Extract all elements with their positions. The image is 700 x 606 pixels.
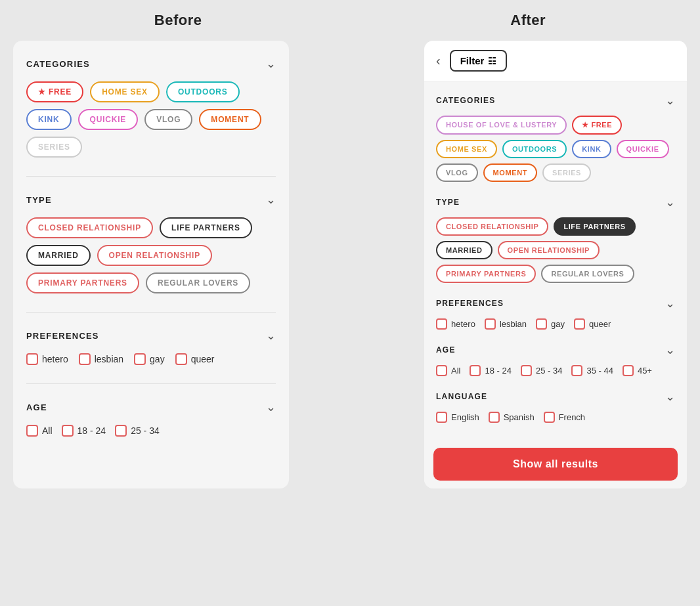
after-age-chevron[interactable]: ⌄ — [665, 343, 675, 357]
tag-open-relationship[interactable]: OPEN RELATIONSHIP — [97, 245, 212, 266]
before-categories-title: CATEGORIES — [26, 59, 90, 69]
age-25-34-checkbox[interactable] — [115, 425, 127, 437]
after-lang-spanish-checkbox[interactable] — [489, 412, 500, 423]
after-age-18-24-checkbox[interactable] — [470, 365, 481, 376]
after-prefs-header: PREFERENCES ⌄ — [436, 296, 675, 311]
after-tag-free[interactable]: ★ FREE — [572, 116, 622, 135]
before-panel: CATEGORIES ⌄ ★ FREE HOME SEX OUTDOORS KI… — [13, 41, 289, 488]
after-pref-queer[interactable]: queer — [574, 318, 611, 330]
after-prefs-chevron[interactable]: ⌄ — [665, 296, 675, 311]
after-age-all-checkbox[interactable] — [436, 365, 447, 376]
after-prefs-row: hetero lesbian gay queer — [436, 318, 675, 330]
after-lang-french-checkbox[interactable] — [544, 412, 555, 423]
tag-kink[interactable]: KINK — [26, 109, 72, 130]
after-age-header: AGE ⌄ — [436, 343, 675, 357]
after-age-row: All 18 - 24 25 - 34 35 - 44 — [436, 365, 675, 376]
tag-vlog[interactable]: VLOG — [144, 109, 192, 130]
age-25-34[interactable]: 25 - 34 — [115, 425, 160, 437]
before-age-chevron[interactable]: ⌄ — [266, 400, 276, 414]
tag-homesex[interactable]: HOME SEX — [90, 81, 160, 102]
tag-closed-relationship[interactable]: CLOSED RELATIONSHIP — [26, 217, 153, 238]
age-all-checkbox[interactable] — [26, 425, 38, 437]
after-type-title: TYPE — [436, 198, 460, 207]
after-tag-quickie[interactable]: QUICKIE — [617, 140, 669, 158]
pref-queer[interactable]: queer — [175, 353, 215, 365]
after-lang-french[interactable]: French — [544, 412, 585, 423]
after-categories-chevron[interactable]: ⌄ — [665, 93, 675, 108]
pref-queer-checkbox[interactable] — [175, 353, 187, 365]
after-language-chevron[interactable]: ⌄ — [665, 389, 675, 404]
after-language-header: LANGUAGE ⌄ — [436, 389, 675, 404]
after-pref-hetero[interactable]: hetero — [436, 318, 475, 330]
back-button[interactable]: ‹ — [436, 53, 441, 68]
after-age-45plus-checkbox[interactable] — [623, 365, 634, 376]
after-tag-life-partners[interactable]: LIFE PARTNERS — [554, 217, 635, 236]
after-pref-hetero-checkbox[interactable] — [436, 318, 447, 330]
before-categories-section: CATEGORIES ⌄ ★ FREE HOME SEX OUTDOORS KI… — [26, 56, 276, 158]
before-type-chevron[interactable]: ⌄ — [266, 192, 276, 207]
after-age-45plus-label: 45+ — [638, 366, 652, 376]
filter-icon: ☷ — [488, 56, 496, 66]
tag-series[interactable]: SERIES — [26, 137, 82, 158]
after-tag-outdoors[interactable]: OUTDOORS — [502, 140, 567, 158]
after-categories-title: CATEGORIES — [436, 96, 495, 105]
after-pref-lesbian-checkbox[interactable] — [485, 318, 496, 330]
tag-regular-lovers[interactable]: REGULAR LOVERS — [146, 272, 250, 293]
after-tag-series[interactable]: SERIES — [542, 163, 591, 182]
before-type-header: TYPE ⌄ — [26, 192, 276, 207]
after-tag-regular-lovers[interactable]: REGULAR LOVERS — [541, 265, 634, 283]
after-tag-open-relationship[interactable]: OPEN RELATIONSHIP — [498, 241, 600, 259]
before-categories-chevron[interactable]: ⌄ — [266, 56, 276, 71]
after-age-35-44-checkbox[interactable] — [571, 365, 582, 376]
after-tag-closed-relationship[interactable]: CLOSED RELATIONSHIP — [436, 217, 548, 236]
after-lang-english[interactable]: English — [436, 412, 479, 423]
after-type-section: TYPE ⌄ CLOSED RELATIONSHIP LIFE PARTNERS… — [436, 195, 675, 283]
age-all[interactable]: All — [26, 425, 53, 437]
tag-primary-partners[interactable]: PRIMARY PARTNERS — [26, 272, 139, 293]
filter-button[interactable]: Filter ☷ — [450, 50, 508, 72]
after-tag-house[interactable]: House of Love & Lustery — [436, 116, 567, 135]
before-age-title: AGE — [26, 402, 47, 412]
after-age-all[interactable]: All — [436, 365, 460, 376]
after-age-18-24[interactable]: 18 - 24 — [470, 365, 511, 376]
tag-quickie[interactable]: QUICKIE — [78, 109, 139, 130]
tag-moment[interactable]: MOMENT — [199, 109, 261, 130]
after-age-25-34[interactable]: 25 - 34 — [521, 365, 562, 376]
after-tag-kink[interactable]: KINK — [572, 140, 611, 158]
before-type-title: TYPE — [26, 195, 52, 205]
age-18-24-checkbox[interactable] — [62, 425, 74, 437]
before-age-header: AGE ⌄ — [26, 400, 276, 414]
pref-lesbian[interactable]: lesbian — [79, 353, 123, 365]
after-prefs-title: PREFERENCES — [436, 299, 504, 308]
after-pref-queer-checkbox[interactable] — [574, 318, 585, 330]
pref-hetero[interactable]: hetero — [26, 353, 68, 365]
after-tag-married[interactable]: MARRIED — [436, 241, 492, 259]
tag-life-partners[interactable]: LIFE PARTNERS — [160, 217, 252, 238]
after-lang-spanish[interactable]: Spanish — [489, 412, 535, 423]
after-tag-vlog[interactable]: VLOG — [436, 163, 478, 182]
pref-gay[interactable]: gay — [134, 353, 165, 365]
after-pref-gay-checkbox[interactable] — [536, 318, 547, 330]
tag-outdoors[interactable]: OUTDOORS — [166, 81, 240, 102]
after-lang-english-checkbox[interactable] — [436, 412, 447, 423]
before-type-tags: CLOSED RELATIONSHIP LIFE PARTNERS MARRIE… — [26, 217, 276, 293]
after-pref-gay[interactable]: gay — [536, 318, 565, 330]
tag-married[interactable]: MARRIED — [26, 245, 91, 266]
before-prefs-row: hetero lesbian gay queer — [26, 353, 276, 365]
after-type-chevron[interactable]: ⌄ — [665, 195, 675, 209]
pref-queer-label: queer — [191, 354, 215, 364]
after-tag-moment[interactable]: MOMENT — [483, 163, 537, 182]
pref-hetero-checkbox[interactable] — [26, 353, 38, 365]
after-age-25-34-checkbox[interactable] — [521, 365, 532, 376]
before-prefs-chevron[interactable]: ⌄ — [266, 328, 276, 343]
after-age-45plus[interactable]: 45+ — [623, 365, 652, 376]
pref-gay-checkbox[interactable] — [134, 353, 146, 365]
tag-free[interactable]: ★ FREE — [26, 81, 83, 102]
pref-lesbian-checkbox[interactable] — [79, 353, 91, 365]
age-18-24[interactable]: 18 - 24 — [62, 425, 106, 437]
after-tag-primary-partners[interactable]: PRIMARY PARTNERS — [436, 265, 536, 283]
after-tag-homesex[interactable]: HOME SEX — [436, 140, 497, 158]
after-age-35-44[interactable]: 35 - 44 — [571, 365, 613, 376]
after-pref-lesbian[interactable]: lesbian — [485, 318, 527, 330]
show-results-button[interactable]: Show all results — [433, 448, 678, 481]
